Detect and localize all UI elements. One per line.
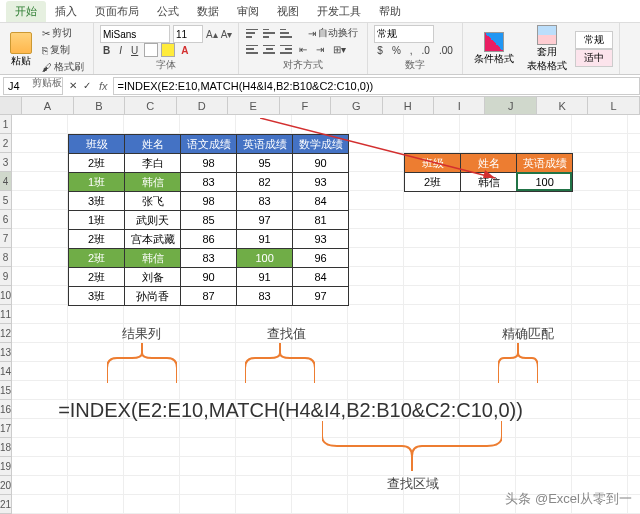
- cell[interactable]: [460, 438, 516, 457]
- table-cell[interactable]: 3班: [69, 192, 125, 211]
- row-header-14[interactable]: 14: [0, 362, 11, 381]
- format-painter-button[interactable]: 🖌 格式刷: [39, 59, 87, 75]
- font-name-select[interactable]: [100, 25, 170, 43]
- cell[interactable]: [460, 248, 516, 267]
- table-cell[interactable]: 刘备: [125, 268, 181, 287]
- increase-decimal-button[interactable]: .0: [419, 44, 433, 57]
- cell[interactable]: [12, 229, 68, 248]
- cell[interactable]: [460, 134, 516, 153]
- cell[interactable]: [404, 229, 460, 248]
- cell[interactable]: [404, 134, 460, 153]
- cell[interactable]: [348, 267, 404, 286]
- cell[interactable]: [12, 495, 68, 514]
- cell[interactable]: [292, 495, 348, 514]
- table-cell[interactable]: 83: [237, 192, 293, 211]
- row-header-10[interactable]: 10: [0, 286, 11, 305]
- cell[interactable]: [572, 172, 628, 191]
- cell[interactable]: [404, 210, 460, 229]
- cell[interactable]: [124, 495, 180, 514]
- cell[interactable]: [348, 115, 404, 134]
- cell[interactable]: [348, 134, 404, 153]
- cell[interactable]: [628, 115, 640, 134]
- cell[interactable]: [68, 343, 124, 362]
- cell[interactable]: [628, 229, 640, 248]
- cell[interactable]: [180, 457, 236, 476]
- table-cell[interactable]: 83: [181, 173, 237, 192]
- table-cell[interactable]: 97: [293, 287, 349, 306]
- cell[interactable]: [460, 115, 516, 134]
- cell[interactable]: [12, 324, 68, 343]
- table-cell[interactable]: 2班: [405, 173, 461, 192]
- table-cell[interactable]: 3班: [69, 287, 125, 306]
- border-button[interactable]: [144, 43, 158, 57]
- cell[interactable]: [180, 115, 236, 134]
- table-format-button[interactable]: 套用 表格格式: [522, 25, 572, 73]
- table-cell[interactable]: 93: [293, 173, 349, 192]
- cell[interactable]: [12, 172, 68, 191]
- bold-button[interactable]: B: [100, 44, 113, 57]
- cell[interactable]: [516, 362, 572, 381]
- table-cell[interactable]: 85: [181, 211, 237, 230]
- cell[interactable]: [572, 267, 628, 286]
- cell[interactable]: [68, 438, 124, 457]
- table-cell[interactable]: 84: [293, 268, 349, 287]
- table-cell[interactable]: 2班: [69, 249, 125, 268]
- cell[interactable]: [12, 153, 68, 172]
- cell[interactable]: [68, 305, 124, 324]
- cell[interactable]: [628, 153, 640, 172]
- cell[interactable]: [348, 438, 404, 457]
- cell[interactable]: [180, 476, 236, 495]
- cell[interactable]: [12, 267, 68, 286]
- cell[interactable]: [348, 153, 404, 172]
- cell[interactable]: [404, 495, 460, 514]
- align-right-button[interactable]: [279, 44, 293, 55]
- cell[interactable]: [236, 381, 292, 400]
- cell[interactable]: [292, 305, 348, 324]
- row-header-13[interactable]: 13: [0, 343, 11, 362]
- cell[interactable]: [516, 210, 572, 229]
- cell[interactable]: [12, 381, 68, 400]
- col-header-A[interactable]: A: [22, 97, 73, 114]
- cell[interactable]: [516, 134, 572, 153]
- cell[interactable]: [236, 457, 292, 476]
- cell[interactable]: [628, 286, 640, 305]
- cell[interactable]: [572, 191, 628, 210]
- merge-button[interactable]: ⊞▾: [330, 43, 349, 56]
- cell[interactable]: [292, 115, 348, 134]
- fx-icon[interactable]: fx: [94, 80, 113, 92]
- cell[interactable]: [180, 343, 236, 362]
- cell[interactable]: [68, 476, 124, 495]
- cell[interactable]: [124, 305, 180, 324]
- cell[interactable]: [404, 457, 460, 476]
- table-cell[interactable]: 90: [293, 154, 349, 173]
- tab-formula[interactable]: 公式: [148, 1, 188, 22]
- cell[interactable]: [516, 286, 572, 305]
- cell[interactable]: [236, 362, 292, 381]
- row-header-18[interactable]: 18: [0, 438, 11, 457]
- cell[interactable]: [404, 362, 460, 381]
- cell[interactable]: [404, 191, 460, 210]
- tab-home[interactable]: 开始: [6, 1, 46, 22]
- cell[interactable]: [348, 248, 404, 267]
- cell[interactable]: [404, 438, 460, 457]
- table-cell[interactable]: 87: [181, 287, 237, 306]
- cell[interactable]: [68, 324, 124, 343]
- cell[interactable]: [628, 438, 640, 457]
- cell[interactable]: [124, 476, 180, 495]
- cell[interactable]: [68, 457, 124, 476]
- row-header-9[interactable]: 9: [0, 267, 11, 286]
- table-cell[interactable]: 韩信: [461, 173, 517, 192]
- row-header-11[interactable]: 11: [0, 305, 11, 324]
- align-left-button[interactable]: [245, 44, 259, 55]
- cell[interactable]: [404, 381, 460, 400]
- cell[interactable]: [516, 305, 572, 324]
- cell[interactable]: [628, 324, 640, 343]
- cell[interactable]: [516, 400, 572, 419]
- tab-dev[interactable]: 开发工具: [308, 1, 370, 22]
- style-moderate[interactable]: 适中: [575, 49, 613, 67]
- col-header-G[interactable]: G: [331, 97, 382, 114]
- cell[interactable]: [348, 172, 404, 191]
- underline-button[interactable]: U: [128, 44, 141, 57]
- cell[interactable]: [348, 305, 404, 324]
- cell[interactable]: [516, 438, 572, 457]
